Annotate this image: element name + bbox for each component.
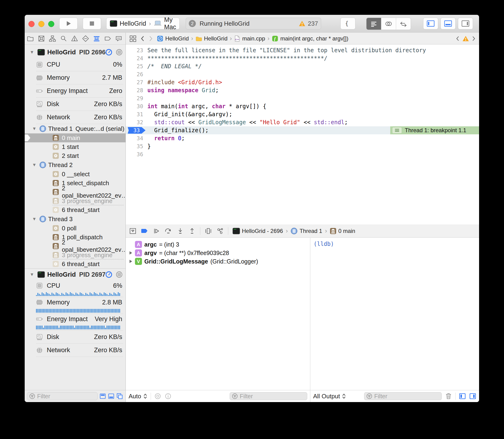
variable-row[interactable]: Aargc = (int) 3 [126, 240, 310, 249]
line-number[interactable]: 32 [126, 119, 147, 125]
next-issue-icon[interactable] [471, 36, 476, 42]
frame-row[interactable]: 1 start [25, 142, 126, 151]
disclosure-icon[interactable] [129, 260, 132, 263]
clear-console-icon[interactable] [445, 392, 452, 400]
line-number[interactable]: 33 [126, 127, 147, 134]
tab-issue[interactable] [71, 34, 78, 43]
issue-warning-icon[interactable] [462, 35, 469, 42]
process-row[interactable]: HelloGridPID 2697 [25, 268, 126, 280]
code-line[interactable]: 31 Grid_init(&argc,&argv); [126, 110, 479, 118]
annotation-menu-button[interactable] [392, 127, 402, 134]
stat-row-cpu[interactable]: CPU0% [25, 58, 126, 71]
line-number[interactable]: 35 [126, 143, 147, 149]
thread-row[interactable]: Thread 3 [25, 214, 126, 224]
close-button[interactable] [28, 21, 35, 27]
breadcrumb-item[interactable]: HelloGrid [157, 35, 189, 42]
line-number[interactable]: 28 [126, 87, 147, 93]
code-line[interactable]: 28using namespace Grid; [126, 86, 479, 94]
zoom-button[interactable] [48, 21, 54, 27]
flat-list-toggle-icon[interactable] [99, 393, 106, 400]
disclosure-icon[interactable] [129, 243, 132, 246]
breakpoints-enabled-icon[interactable] [141, 228, 148, 234]
stat-row-energy-impact[interactable]: Energy ImpactZero [25, 85, 126, 98]
step-over-icon[interactable] [164, 228, 172, 234]
line-number[interactable]: 34 [126, 135, 147, 141]
continue-icon[interactable] [152, 228, 160, 234]
frame-row[interactable]: 2 start [25, 151, 126, 160]
line-number[interactable]: 30 [126, 103, 147, 110]
breadcrumb-item[interactable]: HelloGrid [196, 35, 228, 42]
stat-row-network[interactable]: NetworkZero KB/s [25, 111, 126, 124]
columns-view-toggle-icon[interactable] [116, 393, 123, 400]
debug-breadcrumb-item[interactable]: Thread 1 [291, 228, 322, 234]
tab-test[interactable] [82, 34, 89, 43]
frame-row[interactable]: 6 thread_start [25, 205, 126, 214]
stat-row-disk[interactable]: DiskZero KB/s [25, 98, 126, 110]
minimize-button[interactable] [38, 21, 45, 27]
stat-row-cpu[interactable]: CPU6% [25, 280, 126, 291]
stat-row-disk[interactable]: DiskZero KB/s [25, 330, 126, 343]
toggle-inspector-button[interactable] [458, 18, 473, 29]
variables-pane-toggle-icon[interactable] [459, 393, 466, 400]
toggle-debug-area-button[interactable] [441, 18, 456, 29]
line-number[interactable]: 29 [126, 95, 147, 101]
debug-breadcrumb-item[interactable]: 0 main [330, 228, 355, 234]
stat-row-network[interactable]: NetworkZero KB/s [25, 344, 126, 357]
warning-count[interactable]: 237 [308, 20, 318, 27]
console-pane-toggle-icon[interactable] [469, 393, 476, 400]
view-hierarchy-icon[interactable] [205, 228, 212, 234]
variables-filter-input[interactable] [230, 392, 307, 400]
assistant-editor-button[interactable] [381, 18, 396, 30]
toggle-navigator-button[interactable] [423, 18, 438, 29]
library-button[interactable]: { } [340, 18, 355, 29]
code-line[interactable]: 32 std::cout << GridLogMessage << "Hello… [126, 118, 479, 126]
line-number[interactable]: 26 [126, 71, 147, 77]
tab-breakpoint[interactable] [104, 34, 111, 43]
hide-debug-area-icon[interactable] [129, 228, 137, 234]
run-button[interactable] [59, 18, 78, 29]
breadcrumb-item[interactable]: fmain(int argc, char * argv[]) [272, 35, 348, 42]
stat-row-memory[interactable]: Memory2.8 MB [25, 297, 126, 307]
info-icon[interactable] [164, 393, 172, 400]
stat-row-energy-impact[interactable]: Energy ImpactVery High [25, 314, 126, 324]
navigator-filter-input[interactable] [27, 392, 98, 400]
line-number[interactable]: 25 [126, 63, 147, 69]
code-line[interactable]: 29 [126, 94, 479, 102]
line-number[interactable]: 27 [126, 79, 147, 85]
scheme-selector[interactable]: HelloGrid My Mac [106, 18, 180, 29]
tab-project[interactable] [27, 34, 34, 43]
previous-issue-icon[interactable] [456, 36, 460, 42]
frame-row[interactable]: 0 main [25, 134, 126, 142]
memory-graph-icon[interactable] [216, 228, 224, 234]
line-number[interactable]: 36 [126, 151, 147, 157]
grouped-list-toggle-icon[interactable] [108, 393, 115, 400]
forward-icon[interactable] [148, 35, 153, 42]
step-into-icon[interactable] [176, 228, 184, 234]
tab-find[interactable] [60, 34, 67, 43]
variable-row[interactable]: VGrid::GridLogMessage (Grid::GridLogger) [126, 257, 310, 266]
breakpoint-marker[interactable]: 33 [128, 127, 145, 134]
tab-source-control[interactable] [38, 34, 45, 43]
activity-viewer[interactable]: 2 Running HelloGrid 237 [186, 18, 321, 29]
breakpoint-annotation[interactable]: Thread 1: breakpoint 1.1 [390, 126, 479, 134]
step-out-icon[interactable] [188, 228, 196, 234]
frame-row[interactable]: 3 progress_engine [25, 196, 126, 205]
frame-row[interactable]: 0 poll [25, 224, 126, 233]
code-line[interactable]: 36 [126, 150, 479, 158]
frame-row[interactable]: 0 __select [25, 170, 126, 179]
tab-debug[interactable] [93, 34, 100, 43]
frame-row[interactable]: 2 opal_libevent2022_ev… [25, 187, 126, 196]
line-number[interactable]: 24 [126, 55, 147, 61]
frame-row[interactable]: 6 thread_start [25, 259, 126, 268]
standard-editor-button[interactable] [366, 18, 381, 30]
back-icon[interactable] [140, 35, 145, 42]
console-view[interactable]: (lldb) [310, 238, 479, 390]
related-items-icon[interactable] [129, 35, 137, 42]
process-row[interactable]: HelloGridPID 2696 [25, 46, 126, 58]
line-number[interactable]: 23 [126, 47, 147, 53]
console-scope-button[interactable]: All Output [313, 393, 346, 400]
quick-look-icon[interactable] [154, 393, 161, 400]
thread-row[interactable]: Thread 1Queue:...d (serial) [25, 124, 126, 134]
code-line[interactable]: 35} [126, 142, 479, 150]
disclosure-icon[interactable] [129, 251, 132, 255]
